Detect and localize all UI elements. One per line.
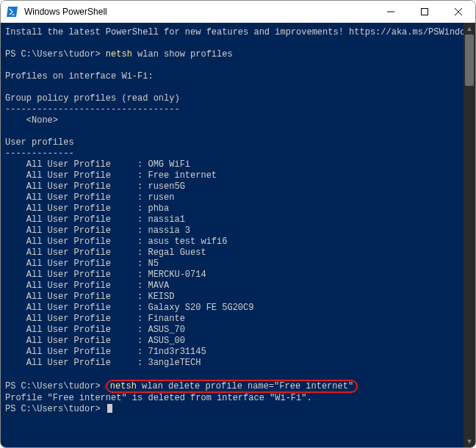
profile-row: All User Profile : rusen5G: [5, 181, 461, 192]
profile-row: All User Profile : KEISD: [5, 292, 461, 303]
intro-line: Install the latest PowerShell for new fe…: [5, 27, 461, 38]
prompt-line: PS C:\Users\tudor>: [5, 404, 461, 415]
profile-row: All User Profile : 71nd3r31145: [5, 347, 461, 358]
cursor: [107, 404, 112, 413]
profile-row: All User Profile : Regal Guest: [5, 248, 461, 259]
minimize-button[interactable]: [374, 1, 408, 23]
profile-row: All User Profile : phba: [5, 203, 461, 214]
result-line: Profile "Free internet" is deleted from …: [5, 393, 461, 404]
profile-row: All User Profile : nassia 3: [5, 225, 461, 236]
profile-row: All User Profile : N5: [5, 259, 461, 270]
profile-row: All User Profile : Free internet: [5, 170, 461, 181]
profile-row: All User Profile : ASUS_00: [5, 336, 461, 347]
profile-row: All User Profile : MERCKU-0714: [5, 270, 461, 281]
profile-row: All User Profile : nassia1: [5, 214, 461, 225]
divider: ---------------------------------: [5, 104, 461, 115]
cmd-tool: netsh: [106, 49, 132, 59]
cmd-tool: netsh: [110, 381, 137, 391]
window-controls: [374, 1, 475, 23]
profile-row: All User Profile : Finante: [5, 314, 461, 325]
prompt-line: PS C:\Users\tudor> netsh wlan delete pro…: [5, 380, 461, 393]
close-button[interactable]: [441, 1, 475, 23]
profile-row: All User Profile : ASUS_70: [5, 325, 461, 336]
terminal-area: Install the latest PowerShell for new fe…: [1, 23, 475, 447]
divider: -------------: [5, 148, 461, 159]
window-title: Windows PowerShell: [24, 7, 374, 17]
scroll-thumb[interactable]: [465, 35, 474, 86]
scroll-track[interactable]: [464, 35, 475, 436]
scroll-down-icon[interactable]: ▼: [464, 436, 475, 447]
highlighted-command: netsh wlan delete profile name="Free int…: [106, 380, 358, 393]
maximize-button[interactable]: [408, 1, 441, 23]
section-header: User profiles: [5, 137, 461, 148]
scroll-up-icon[interactable]: ▲: [464, 23, 475, 35]
titlebar[interactable]: Windows PowerShell: [1, 1, 475, 23]
section-header: Profiles on interface Wi-Fi:: [5, 71, 461, 82]
profile-row: All User Profile : asus test wifi6: [5, 236, 461, 248]
terminal-output[interactable]: Install the latest PowerShell for new fe…: [1, 23, 464, 447]
profile-row: All User Profile : OMG WiFi: [5, 159, 461, 170]
svg-rect-1: [422, 9, 428, 15]
profile-row: All User Profile : rusen: [5, 192, 461, 203]
profile-row: All User Profile : MAVA: [5, 281, 461, 292]
section-header: Group policy profiles (read only): [5, 93, 461, 104]
scrollbar[interactable]: ▲ ▼: [464, 23, 475, 447]
prompt-line: PS C:\Users\tudor> netsh wlan show profi…: [5, 49, 461, 60]
none-entry: <None>: [5, 115, 461, 126]
profile-row: All User Profile : Galaxy S20 FE 5G20C9: [5, 303, 461, 314]
powershell-icon: [7, 6, 18, 18]
profile-row: All User Profile : 3angleTECH: [5, 358, 461, 369]
